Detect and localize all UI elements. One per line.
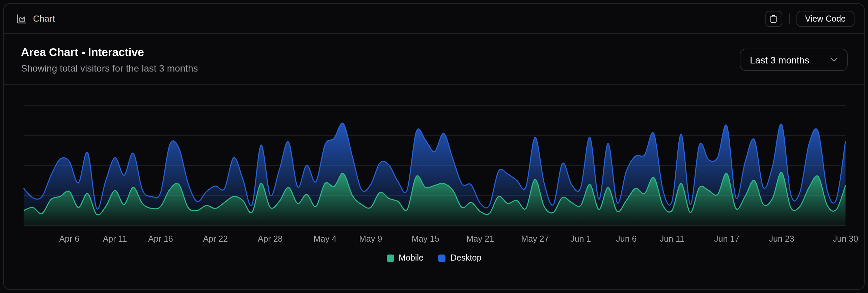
legend-swatch-mobile <box>386 254 394 262</box>
x-tick-label: May 4 <box>314 234 336 243</box>
toolbar-left: Chart <box>16 13 55 24</box>
x-tick-label: Jun 30 <box>833 234 858 243</box>
x-tick-label: Jun 6 <box>616 234 636 243</box>
legend-label-desktop: Desktop <box>451 253 482 263</box>
toolbar-separator <box>789 13 790 24</box>
x-tick-label: Apr 6 <box>59 234 79 243</box>
x-tick-label: Apr 22 <box>203 234 228 243</box>
chart-area-icon <box>16 13 27 24</box>
time-range-select[interactable]: Last 3 months <box>740 49 848 71</box>
x-tick-label: Jun 11 <box>660 234 684 243</box>
card-description: Showing total visitors for the last 3 mo… <box>21 63 198 74</box>
toolbar-title: Chart <box>33 14 55 24</box>
clipboard-icon <box>770 15 778 23</box>
card-header: Area Chart - Interactive Showing total v… <box>4 34 864 85</box>
x-tick-label: Jun 1 <box>570 234 591 243</box>
chart-card: Chart View Code Area Chart - Interactive <box>3 3 865 290</box>
x-tick-label: May 9 <box>359 234 382 243</box>
legend-label-mobile: Mobile <box>399 253 424 263</box>
time-range-value: Last 3 months <box>750 54 829 65</box>
x-tick-label: Apr 11 <box>103 234 127 243</box>
x-tick-label: May 15 <box>412 234 439 243</box>
x-tick-label: Jun 17 <box>714 234 739 243</box>
card-header-text: Area Chart - Interactive Showing total v… <box>21 46 198 74</box>
chart-region[interactable]: Apr 6Apr 11Apr 16Apr 22Apr 28May 4May 9M… <box>4 85 864 289</box>
x-tick-label: May 21 <box>466 234 494 243</box>
chevron-down-icon <box>829 55 839 65</box>
legend-swatch-desktop <box>438 254 446 262</box>
x-tick-label: Jun 23 <box>769 234 794 243</box>
legend-item-mobile: Mobile <box>386 253 424 263</box>
area-chart-canvas: Apr 6Apr 11Apr 16Apr 22Apr 28May 4May 9M… <box>15 85 855 246</box>
legend-item-desktop: Desktop <box>438 253 482 263</box>
copy-code-button[interactable] <box>765 10 782 27</box>
x-tick-label: Apr 28 <box>258 234 283 243</box>
app-root: Chart View Code Area Chart - Interactive <box>0 0 868 293</box>
chart-legend: Mobile Desktop <box>15 253 853 263</box>
toolbar-actions: View Code <box>765 10 855 27</box>
toolbar: Chart View Code <box>4 4 864 34</box>
x-tick-label: May 27 <box>521 234 549 243</box>
card-title: Area Chart - Interactive <box>21 46 198 59</box>
view-code-button[interactable]: View Code <box>796 10 855 27</box>
x-tick-label: Apr 16 <box>148 234 173 243</box>
